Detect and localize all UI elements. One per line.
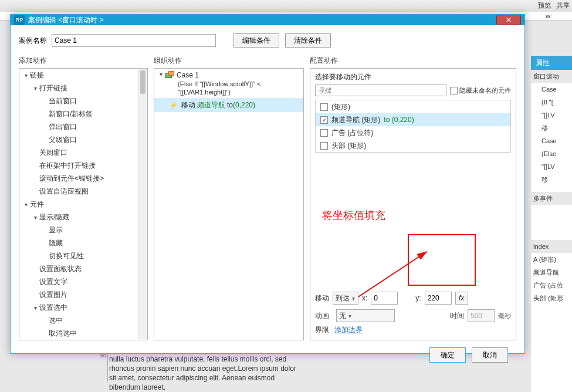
action-tree-label: 显示/隐藏	[39, 212, 69, 222]
bg-right-panel: 属性 窗口滚动 Case (If "[ "[[LV 移 Case (Else "…	[531, 56, 572, 392]
bg-right-line: 多事件	[531, 192, 572, 205]
app-icon: RP	[14, 15, 25, 25]
action-tree-item[interactable]: 在框架中打开链接	[19, 159, 147, 172]
action-tree-item[interactable]: 设置图片	[19, 288, 147, 301]
bg-right-line: (If "[	[531, 96, 572, 109]
action-tree-item[interactable]: 选中	[19, 314, 147, 327]
move-coord: (0,220)	[233, 101, 255, 109]
widget-row[interactable]: 头部 (矩形)	[316, 139, 510, 152]
x-input[interactable]	[371, 292, 398, 305]
action-tree-item[interactable]: 设置面板状态	[19, 262, 147, 275]
widget-checkbox[interactable]	[320, 103, 328, 111]
action-tree-item[interactable]: 设置自适应视图	[19, 185, 147, 198]
case-name-text: Case 1	[177, 71, 199, 80]
bg-right-line: 移	[531, 121, 572, 134]
annotation-box	[408, 234, 476, 286]
action-tree-label: 设置选中	[39, 303, 67, 313]
case-name-input[interactable]	[52, 34, 216, 47]
condition-text-1: (Else If "[[Window.scrollY]]" <	[154, 80, 303, 88]
bg-right-line: Case	[531, 134, 572, 147]
widget-checkbox[interactable]	[320, 116, 328, 124]
bounds-label: 界限	[315, 326, 329, 334]
scrollbar[interactable]	[138, 69, 147, 339]
action-tree-item[interactable]: 滚动到元件<锚链接>	[19, 172, 147, 185]
organize-panel[interactable]: Case 1 (Else If "[[Window.scrollY]]" < "…	[154, 68, 304, 340]
action-tree-item[interactable]: 链接	[19, 69, 147, 82]
caret-icon	[158, 71, 164, 77]
close-button[interactable]: ✕	[496, 15, 521, 25]
case-editor-dialog: RP 案例编辑 <窗口滚动时 > ✕ 案例名称 编辑条件 清除条件 添加动作 链…	[10, 14, 525, 354]
organize-action-title: 组织动作	[154, 56, 304, 66]
actions-tree-panel[interactable]: 链接打开链接当前窗口新窗口/新标签弹出窗口父级窗口关闭窗口在框架中打开链接滚动到…	[19, 68, 148, 340]
bg-top-right: 预览 共享	[538, 1, 570, 10]
action-tree-label: 显示	[49, 225, 63, 235]
move-action-row[interactable]: ⚡ 移动 频道导航 to (0,220)	[154, 98, 303, 112]
search-input[interactable]	[315, 85, 446, 96]
action-tree-item[interactable]: 当前窗口	[19, 94, 147, 107]
caret-icon	[32, 305, 38, 311]
action-tree-item[interactable]: 父级窗口	[19, 133, 147, 146]
clear-condition-button[interactable]: 清除条件	[285, 33, 331, 48]
edit-condition-button[interactable]: 编辑条件	[233, 33, 279, 48]
bg-right-line: 移	[531, 173, 572, 186]
caret-icon	[23, 201, 29, 208]
add-bounds-link[interactable]: 添加边界	[334, 326, 363, 334]
bg-right-line: 头部 (矩形	[531, 292, 572, 305]
y-input[interactable]	[425, 292, 452, 305]
widget-row[interactable]: 广告 (占位符)	[316, 126, 510, 139]
action-tree-item[interactable]: 关闭窗口	[19, 146, 147, 159]
action-tree-item[interactable]: 元件	[19, 198, 147, 211]
action-tree-item[interactable]: 设置选中	[19, 301, 147, 314]
action-tree-item[interactable]: 打开链接	[19, 82, 147, 94]
dialog-title: 案例编辑 <窗口滚动时 >	[28, 15, 496, 25]
action-tree-label: 元件	[30, 200, 44, 209]
bg-preview: 预览	[538, 1, 551, 10]
anim-mode-select[interactable]: 无	[336, 309, 395, 322]
anim-row: 动画 无 时间 毫秒	[315, 309, 511, 322]
caret-icon	[23, 72, 29, 79]
dialog-titlebar[interactable]: RP 案例编辑 <窗口滚动时 > ✕	[11, 15, 524, 25]
bg-share: 共享	[557, 1, 570, 10]
action-tree-item[interactable]: 隐藏	[19, 236, 147, 249]
time-label: 时间	[450, 311, 464, 321]
fx-button[interactable]: fx	[455, 292, 468, 305]
action-tree-label: 切换可见性	[49, 251, 84, 261]
action-tree-item[interactable]: 显示/隐藏	[19, 211, 147, 224]
coord-row: 移动 到达 x: y: fx	[315, 292, 511, 305]
case-node[interactable]: Case 1	[154, 69, 303, 80]
bg-right-tab: 属性	[531, 56, 572, 70]
bg-right-line: 频道导航	[531, 266, 572, 279]
configure-action-title: 配置动作	[310, 56, 516, 66]
action-tree-label: 关闭窗口	[39, 148, 67, 158]
ms-label: 毫秒	[498, 312, 511, 320]
action-tree-item[interactable]: 切换可见性	[19, 249, 147, 262]
action-tree-item[interactable]: 取消选中	[19, 327, 147, 340]
widget-name: (矩形)	[331, 102, 350, 112]
scroll-thumb[interactable]	[140, 70, 145, 94]
condition-text-2: "[[LVAR1.height]]")	[154, 88, 303, 96]
action-tree-item[interactable]: 弹出窗口	[19, 120, 147, 133]
widget-row[interactable]: (矩形)	[316, 100, 510, 113]
move-mode-select[interactable]: 到达	[333, 292, 358, 305]
action-tree-item[interactable]: 设置文字	[19, 275, 147, 288]
bg-right-line: A (矩形)	[531, 253, 572, 266]
move-target: 频道导航	[197, 100, 225, 110]
widget-checkbox[interactable]	[320, 142, 328, 150]
action-tree-label: 取消选中	[49, 329, 77, 339]
cancel-button[interactable]: 取消	[472, 347, 508, 363]
case-name-label: 案例名称	[19, 36, 47, 46]
move-type-label: 移动	[315, 293, 329, 303]
hide-unnamed-label[interactable]: 隐藏未命名的元件	[450, 86, 511, 95]
w-label: w:	[546, 12, 552, 19]
widget-list: (矩形)频道导航 (矩形) to (0,220)广告 (占位符)头部 (矩形)	[315, 100, 511, 153]
select-widget-title: 选择要移动的元件	[310, 69, 516, 85]
widget-row[interactable]: 频道导航 (矩形) to (0,220)	[316, 113, 510, 126]
hide-unnamed-checkbox[interactable]	[450, 87, 458, 94]
y-label: y:	[415, 294, 421, 302]
time-input[interactable]	[468, 309, 495, 322]
widget-checkbox[interactable]	[320, 129, 328, 137]
action-tree-label: 隐藏	[49, 238, 63, 248]
ok-button[interactable]: 确定	[429, 347, 466, 363]
action-tree-item[interactable]: 显示	[19, 224, 147, 236]
action-tree-item[interactable]: 新窗口/新标签	[19, 107, 147, 120]
